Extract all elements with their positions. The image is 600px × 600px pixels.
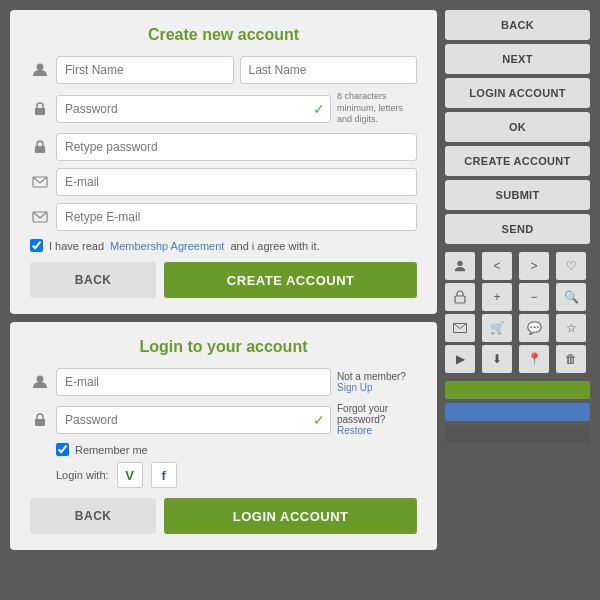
email2-icon bbox=[30, 207, 50, 227]
retype-email-input[interactable] bbox=[56, 203, 417, 231]
login-form-title: Login to your account bbox=[30, 338, 417, 356]
create-account-button[interactable]: CREATE ACCOUNT bbox=[164, 262, 417, 298]
icon-heart[interactable]: ♡ bbox=[556, 252, 586, 280]
create-back-button[interactable]: BACK bbox=[30, 262, 156, 298]
icon-chat[interactable]: 💬 bbox=[519, 314, 549, 342]
agreement-text: I have read bbox=[49, 240, 104, 252]
restore-link[interactable]: Restore bbox=[337, 425, 372, 436]
icon-download[interactable]: ⬇ bbox=[482, 345, 512, 373]
password-hint: 8 characters minimum, letters and digits… bbox=[337, 91, 417, 126]
login-email-row: Not a member? Sign Up bbox=[30, 368, 417, 396]
icon-star[interactable]: ☆ bbox=[556, 314, 586, 342]
sign-up-link[interactable]: Sign Up bbox=[337, 382, 373, 393]
lock-icon bbox=[30, 99, 50, 119]
first-name-input[interactable] bbox=[56, 56, 234, 84]
remember-row: Remember me bbox=[56, 443, 417, 456]
agreement-row: I have read Membershp Agreement and i ag… bbox=[30, 239, 417, 252]
login-card: Login to your account Not a member? Sign… bbox=[10, 322, 437, 550]
svg-rect-1 bbox=[35, 108, 45, 115]
icon-minus[interactable]: − bbox=[519, 283, 549, 311]
forgot-text: Forgot your password? bbox=[337, 403, 388, 425]
last-name-input[interactable] bbox=[240, 56, 418, 84]
name-row bbox=[30, 56, 417, 84]
login-user-icon bbox=[30, 372, 50, 392]
agreement-suffix: and i agree with it. bbox=[230, 240, 319, 252]
svg-point-7 bbox=[457, 261, 462, 266]
forgot-password-info: Forgot your password? Restore bbox=[337, 403, 417, 436]
right-panel: BACK NEXT LOGIN ACCOUNT OK CREATE ACCOUN… bbox=[445, 10, 590, 590]
blue-bar bbox=[445, 403, 590, 421]
retype-password-row bbox=[30, 133, 417, 161]
login-back-button[interactable]: BACK bbox=[30, 498, 156, 534]
icon-play[interactable]: ▶ bbox=[445, 345, 475, 373]
svg-point-5 bbox=[37, 376, 44, 383]
svg-rect-6 bbox=[35, 419, 45, 426]
right-next-button[interactable]: NEXT bbox=[445, 44, 590, 74]
lock2-icon bbox=[30, 137, 50, 157]
email-icon bbox=[30, 172, 50, 192]
svg-rect-2 bbox=[35, 146, 45, 153]
password-valid-icon: ✓ bbox=[313, 101, 325, 117]
color-bars bbox=[445, 381, 590, 443]
left-panel: Create new account ✓ 8 characters minimu… bbox=[10, 10, 437, 590]
icon-lock[interactable] bbox=[445, 283, 475, 311]
login-lock-icon bbox=[30, 410, 50, 430]
social-f-button[interactable]: f bbox=[151, 462, 177, 488]
not-member-text: Not a member? bbox=[337, 371, 406, 382]
icon-pin[interactable]: 📍 bbox=[519, 345, 549, 373]
icon-right[interactable]: > bbox=[519, 252, 549, 280]
login-with-label: Login with: bbox=[56, 469, 109, 481]
right-back-button[interactable]: BACK bbox=[445, 10, 590, 40]
svg-rect-8 bbox=[455, 296, 465, 303]
agreement-link[interactable]: Membershp Agreement bbox=[110, 240, 224, 252]
login-form-buttons: BACK LOGIN ACCOUNT bbox=[30, 498, 417, 534]
create-form-title: Create new account bbox=[30, 26, 417, 44]
email-row bbox=[30, 168, 417, 196]
password-row: ✓ 8 characters minimum, letters and digi… bbox=[30, 91, 417, 126]
retype-password-input[interactable] bbox=[56, 133, 417, 161]
icon-user[interactable] bbox=[445, 252, 475, 280]
login-email-input[interactable] bbox=[56, 368, 331, 396]
social-v-button[interactable]: V bbox=[117, 462, 143, 488]
remember-checkbox[interactable] bbox=[56, 443, 69, 456]
agreement-checkbox[interactable] bbox=[30, 239, 43, 252]
retype-email-row bbox=[30, 203, 417, 231]
icon-search[interactable]: 🔍 bbox=[556, 283, 586, 311]
icon-plus[interactable]: + bbox=[482, 283, 512, 311]
login-account-button[interactable]: LOGIN ACCOUNT bbox=[164, 498, 417, 534]
icon-left[interactable]: < bbox=[482, 252, 512, 280]
right-create-button[interactable]: CREATE ACCOUNT bbox=[445, 146, 590, 176]
right-login-button[interactable]: LOGIN ACCOUNT bbox=[445, 78, 590, 108]
svg-point-0 bbox=[37, 64, 44, 71]
dark-bar bbox=[445, 425, 590, 443]
password-input[interactable] bbox=[56, 95, 331, 123]
icon-trash[interactable]: 🗑 bbox=[556, 345, 586, 373]
login-with-row: Login with: V f bbox=[56, 462, 417, 488]
right-send-button[interactable]: SEND bbox=[445, 214, 590, 244]
green-bar bbox=[445, 381, 590, 399]
email-input[interactable] bbox=[56, 168, 417, 196]
login-password-row: ✓ Forgot your password? Restore bbox=[30, 403, 417, 436]
right-submit-button[interactable]: SUBMIT bbox=[445, 180, 590, 210]
icon-email[interactable] bbox=[445, 314, 475, 342]
not-member-info: Not a member? Sign Up bbox=[337, 371, 417, 393]
icons-grid: < > ♡ + − 🔍 🛒 💬 ☆ ▶ ⬇ 📍 🗑 bbox=[445, 252, 590, 373]
right-ok-button[interactable]: OK bbox=[445, 112, 590, 142]
icon-cart[interactable]: 🛒 bbox=[482, 314, 512, 342]
user-icon bbox=[30, 60, 50, 80]
login-password-input[interactable] bbox=[56, 406, 331, 434]
create-account-card: Create new account ✓ 8 characters minimu… bbox=[10, 10, 437, 314]
remember-label: Remember me bbox=[75, 444, 148, 456]
create-form-buttons: BACK CREATE ACCOUNT bbox=[30, 262, 417, 298]
login-password-valid-icon: ✓ bbox=[313, 412, 325, 428]
